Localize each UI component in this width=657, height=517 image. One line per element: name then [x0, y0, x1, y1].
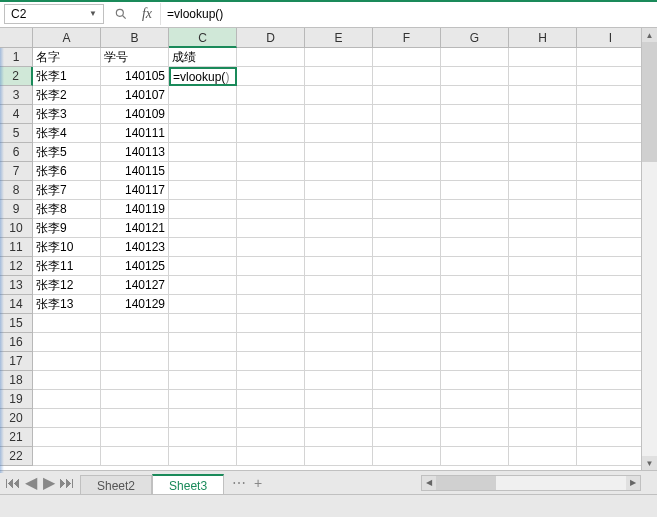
row-header-6[interactable]: 6 — [0, 143, 33, 162]
cell-A7[interactable]: 张李6 — [33, 162, 101, 181]
cell-B11[interactable]: 140123 — [101, 238, 169, 257]
cell-F20[interactable] — [373, 409, 441, 428]
row-header-18[interactable]: 18 — [0, 371, 33, 390]
row-header-12[interactable]: 12 — [0, 257, 33, 276]
chevron-down-icon[interactable]: ▼ — [89, 9, 97, 18]
cell-D5[interactable] — [237, 124, 305, 143]
cell-H13[interactable] — [509, 276, 577, 295]
cell-F8[interactable] — [373, 181, 441, 200]
col-header-F[interactable]: F — [373, 28, 441, 48]
row-header-13[interactable]: 13 — [0, 276, 33, 295]
cell-H10[interactable] — [509, 219, 577, 238]
cell-B15[interactable] — [101, 314, 169, 333]
vertical-scroll-thumb[interactable] — [642, 42, 657, 162]
cell-G2[interactable] — [441, 67, 509, 86]
cell-H20[interactable] — [509, 409, 577, 428]
cell-C5[interactable] — [169, 124, 237, 143]
cell-I9[interactable] — [577, 200, 645, 219]
cell-H3[interactable] — [509, 86, 577, 105]
cell-D6[interactable] — [237, 143, 305, 162]
cell-C3[interactable] — [169, 86, 237, 105]
name-box[interactable]: C2 ▼ — [4, 4, 104, 24]
scroll-down-arrow-icon[interactable]: ▼ — [642, 456, 657, 470]
cell-B1[interactable]: 学号 — [101, 48, 169, 67]
tab-next-icon[interactable]: ▶ — [42, 476, 56, 490]
row-header-20[interactable]: 20 — [0, 409, 33, 428]
horizontal-scroll-thumb[interactable] — [436, 476, 496, 490]
vertical-scrollbar[interactable]: ▲ ▼ — [641, 28, 657, 470]
cell-G11[interactable] — [441, 238, 509, 257]
cell-G17[interactable] — [441, 352, 509, 371]
cell-B14[interactable]: 140129 — [101, 295, 169, 314]
cell-H16[interactable] — [509, 333, 577, 352]
cell-F6[interactable] — [373, 143, 441, 162]
formula-input[interactable]: =vlookup() — [160, 3, 657, 25]
cell-C4[interactable] — [169, 105, 237, 124]
cell-C11[interactable] — [169, 238, 237, 257]
cell-G5[interactable] — [441, 124, 509, 143]
cell-B17[interactable] — [101, 352, 169, 371]
cell-B22[interactable] — [101, 447, 169, 466]
cell-I4[interactable] — [577, 105, 645, 124]
cell-B18[interactable] — [101, 371, 169, 390]
cell-A2[interactable]: 张李1 — [33, 67, 101, 86]
row-header-19[interactable]: 19 — [0, 390, 33, 409]
cell-F1[interactable] — [373, 48, 441, 67]
cell-G6[interactable] — [441, 143, 509, 162]
cell-G15[interactable] — [441, 314, 509, 333]
cell-D9[interactable] — [237, 200, 305, 219]
cell-I19[interactable] — [577, 390, 645, 409]
row-header-8[interactable]: 8 — [0, 181, 33, 200]
scroll-left-arrow-icon[interactable]: ◀ — [422, 476, 436, 490]
cell-G18[interactable] — [441, 371, 509, 390]
cell-D8[interactable] — [237, 181, 305, 200]
cell-E1[interactable] — [305, 48, 373, 67]
row-header-10[interactable]: 10 — [0, 219, 33, 238]
cell-D11[interactable] — [237, 238, 305, 257]
cell-F12[interactable] — [373, 257, 441, 276]
cell-E22[interactable] — [305, 447, 373, 466]
tab-last-icon[interactable]: ⏭ — [60, 476, 74, 490]
cell-H11[interactable] — [509, 238, 577, 257]
cell-B20[interactable] — [101, 409, 169, 428]
cell-I17[interactable] — [577, 352, 645, 371]
cell-H9[interactable] — [509, 200, 577, 219]
cell-E16[interactable] — [305, 333, 373, 352]
cell-A18[interactable] — [33, 371, 101, 390]
cell-A3[interactable]: 张李2 — [33, 86, 101, 105]
cell-C1[interactable]: 成绩 — [169, 48, 237, 67]
cell-G9[interactable] — [441, 200, 509, 219]
cell-I16[interactable] — [577, 333, 645, 352]
cell-B3[interactable]: 140107 — [101, 86, 169, 105]
cell-F9[interactable] — [373, 200, 441, 219]
cell-C22[interactable] — [169, 447, 237, 466]
search-icon[interactable] — [108, 3, 134, 25]
cell-H14[interactable] — [509, 295, 577, 314]
cell-G3[interactable] — [441, 86, 509, 105]
cell-A10[interactable]: 张李9 — [33, 219, 101, 238]
cell-B4[interactable]: 140109 — [101, 105, 169, 124]
cell-A14[interactable]: 张李13 — [33, 295, 101, 314]
cell-G16[interactable] — [441, 333, 509, 352]
cell-F13[interactable] — [373, 276, 441, 295]
cell-A5[interactable]: 张李4 — [33, 124, 101, 143]
row-header-22[interactable]: 22 — [0, 447, 33, 466]
cell-D18[interactable] — [237, 371, 305, 390]
cell-B10[interactable]: 140121 — [101, 219, 169, 238]
cell-G7[interactable] — [441, 162, 509, 181]
cell-I1[interactable] — [577, 48, 645, 67]
cell-E13[interactable] — [305, 276, 373, 295]
cell-A21[interactable] — [33, 428, 101, 447]
cell-A13[interactable]: 张李12 — [33, 276, 101, 295]
cell-B21[interactable] — [101, 428, 169, 447]
cell-H17[interactable] — [509, 352, 577, 371]
row-header-7[interactable]: 7 — [0, 162, 33, 181]
scroll-up-arrow-icon[interactable]: ▲ — [642, 28, 657, 42]
cell-C16[interactable] — [169, 333, 237, 352]
cell-F19[interactable] — [373, 390, 441, 409]
cell-E18[interactable] — [305, 371, 373, 390]
cell-A6[interactable]: 张李5 — [33, 143, 101, 162]
col-header-B[interactable]: B — [101, 28, 169, 48]
cell-E20[interactable] — [305, 409, 373, 428]
cell-H5[interactable] — [509, 124, 577, 143]
